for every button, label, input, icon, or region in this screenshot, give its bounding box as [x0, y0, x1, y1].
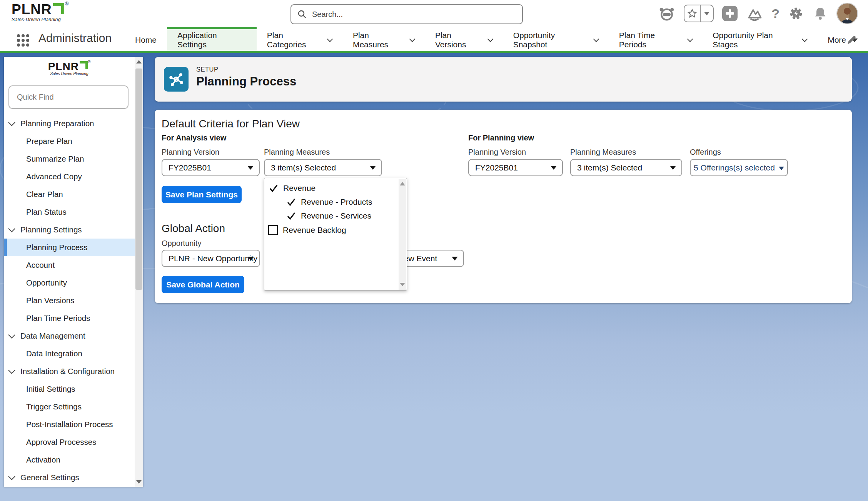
default-criteria-card: Default Criteria for Plan View For Analy…	[155, 110, 852, 303]
planning-planning-version-select[interactable]: FY2025B01	[468, 159, 563, 176]
chevron-down-icon	[327, 36, 333, 42]
scroll-down-arrow-icon[interactable]	[400, 283, 405, 286]
sidebar-item-plan-time-periods[interactable]: Plan Time Periods	[4, 309, 135, 327]
sidebar-item-opportunity[interactable]: Opportunity	[4, 274, 135, 292]
chevron-down-icon	[8, 331, 15, 338]
save-plan-settings-button[interactable]: Save Plan Settings	[162, 186, 242, 203]
planning-process-icon	[164, 67, 189, 92]
favorites-star-icon[interactable]	[684, 5, 700, 22]
brand-tagline: Sales-Driven Planning	[4, 72, 135, 76]
page-header-card: SETUP Planning Process	[155, 57, 852, 102]
planning-measures-dropdown-list: Revenue Revenue - Products Revenue - Ser…	[264, 178, 407, 291]
sidebar-group-general-settings[interactable]: General Settings	[4, 469, 135, 486]
profile-avatar[interactable]	[836, 3, 858, 24]
sidebar-item-account[interactable]: Account	[4, 256, 135, 274]
search-input[interactable]	[311, 10, 522, 19]
sidebar-item-plan-versions[interactable]: Plan Versions	[4, 292, 135, 309]
quick-find-box[interactable]	[8, 85, 129, 109]
analysis-view-section-label: For Analysis view	[162, 134, 226, 142]
scroll-up-arrow-icon[interactable]	[400, 182, 405, 185]
save-global-action-button[interactable]: Save Global Action	[162, 276, 244, 293]
einstein-assistant-icon[interactable]	[658, 5, 675, 22]
header-actions: ?	[658, 0, 858, 27]
sidebar-group-data-management[interactable]: Data Management	[4, 327, 135, 345]
brand-bracket-icon	[80, 61, 88, 69]
sidebar-item-data-integration[interactable]: Data Integration	[4, 345, 135, 362]
scroll-down-arrow-icon[interactable]	[136, 480, 142, 484]
edit-nav-pencil-icon[interactable]	[846, 35, 856, 47]
tab-plan-time-periods[interactable]: Plan Time Periods	[609, 27, 702, 51]
favorites-caret-icon[interactable]	[700, 5, 713, 22]
chevron-down-icon	[8, 225, 15, 232]
caret-down-icon	[452, 257, 458, 261]
offerings-select[interactable]: 5 Offerings(s) selected	[690, 159, 788, 176]
sidebar-item-post-installation-process[interactable]: Post-Installation Process	[4, 416, 135, 433]
planning-view-section-label: For Planning view	[468, 134, 534, 142]
brand-bracket-icon	[53, 3, 64, 14]
tab-application-settings[interactable]: Application Settings	[167, 27, 257, 51]
planning-planning-measures-select[interactable]: 3 item(s) Selected	[570, 159, 682, 176]
analysis-planning-measures-select[interactable]: 3 item(s) Selected	[264, 159, 382, 176]
sidebar-item-prepare-plan[interactable]: Prepare Plan	[4, 132, 135, 150]
sidebar-group-planning-settings[interactable]: Planning Settings	[4, 221, 135, 239]
tab-more[interactable]: More	[817, 27, 868, 51]
chevron-down-icon	[8, 119, 15, 126]
tab-opportunity-plan-stages[interactable]: Opportunity Plan Stages	[702, 27, 817, 51]
chevron-down-icon	[487, 36, 493, 42]
dropdown-option-revenue[interactable]: Revenue	[269, 184, 315, 193]
caret-down-icon	[551, 166, 557, 170]
sidebar-item-advanced-copy[interactable]: Advanced Copy	[4, 168, 135, 185]
tab-plan-versions[interactable]: Plan Versions	[425, 27, 503, 51]
registered-mark: ®	[88, 60, 90, 64]
notifications-bell-icon[interactable]	[813, 6, 828, 21]
planning-planning-version-label: Planning Version	[468, 148, 526, 157]
quick-create-plus-icon[interactable]	[722, 6, 738, 21]
setup-gear-icon[interactable]	[788, 5, 804, 22]
caret-down-icon	[670, 166, 676, 170]
analysis-planning-version-select[interactable]: FY2025B01	[162, 159, 260, 176]
scrollbar-thumb[interactable]	[135, 68, 142, 290]
sidebar-item-planning-process[interactable]: Planning Process	[4, 239, 135, 256]
offerings-label: Offerings	[690, 148, 721, 157]
chevron-down-icon	[687, 36, 693, 42]
guidance-center-icon[interactable]	[746, 5, 763, 22]
tab-plan-categories[interactable]: Plan Categories	[257, 27, 342, 51]
favorites-control	[684, 5, 714, 22]
help-icon[interactable]: ?	[771, 6, 780, 21]
dropdown-option-revenue-products[interactable]: Revenue - Products	[287, 197, 372, 207]
sidebar-scrollbar[interactable]	[135, 57, 143, 487]
chevron-down-icon	[802, 36, 808, 42]
card-heading: Default Criteria for Plan View	[162, 118, 300, 130]
sidebar-brand-logo: PLNR ® Sales-Driven Planning	[4, 61, 135, 76]
sidebar-item-plan-status[interactable]: Plan Status	[4, 203, 135, 221]
tab-plan-measures[interactable]: Plan Measures	[342, 27, 425, 51]
sidebar-item-approval-processes[interactable]: Approval Processes	[4, 433, 135, 451]
sidebar-item-activation[interactable]: Activation	[4, 451, 135, 469]
dropdown-scrollbar[interactable]	[399, 179, 406, 290]
sidebar-item-trigger-settings[interactable]: Trigger Settings	[4, 398, 135, 416]
tab-home[interactable]: Home	[125, 27, 167, 51]
brand-name: PLNR	[48, 61, 79, 72]
analysis-planning-version-label: Planning Version	[162, 148, 219, 157]
analysis-planning-measures-label: Planning Measures	[264, 148, 330, 157]
quick-find-input[interactable]	[16, 92, 121, 102]
sidebar-item-initial-settings[interactable]: Initial Settings	[4, 380, 135, 398]
opportunity-global-action-select[interactable]: PLNR - New Opportunity	[162, 250, 260, 267]
dropdown-option-revenue-services[interactable]: Revenue - Services	[287, 211, 371, 220]
opportunity-label: Opportunity	[162, 239, 201, 248]
app-navigation-bar: Administration Home Application Settings…	[0, 27, 868, 53]
nav-accent-line	[0, 51, 868, 53]
scroll-up-arrow-icon[interactable]	[136, 60, 142, 63]
global-search[interactable]	[290, 4, 523, 24]
page-title: Planning Process	[196, 75, 296, 89]
sidebar-group-planning-preparation[interactable]: Planning Preparation	[4, 115, 135, 132]
global-header: PLNR ® Sales-Driven Planning	[0, 0, 868, 27]
global-action-heading: Global Action	[162, 222, 225, 235]
sidebar-item-summarize-plan[interactable]: Summarize Plan	[4, 150, 135, 168]
dropdown-option-revenue-backlog[interactable]: Revenue Backlog	[268, 225, 346, 235]
empty-checkbox-icon[interactable]	[268, 225, 278, 235]
app-launcher-icon[interactable]	[17, 34, 29, 47]
tab-opportunity-snapshot[interactable]: Opportunity Snapshot	[503, 27, 609, 51]
sidebar-item-clear-plan[interactable]: Clear Plan	[4, 185, 135, 203]
sidebar-group-installation-configuration[interactable]: Installation & Configuration	[4, 362, 135, 380]
